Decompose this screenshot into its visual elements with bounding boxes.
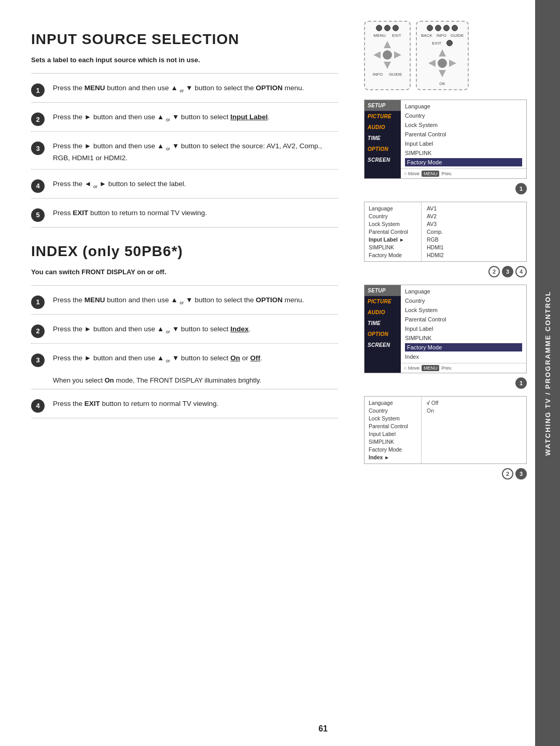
op-factory: Factory Mode <box>369 446 417 453</box>
circle-num-2-1: 1 <box>515 377 527 389</box>
step-text-2-4: Press the EXIT button to return to norma… <box>53 399 338 410</box>
dpad-up <box>384 41 391 48</box>
step-circle-1-5: 5 <box>31 208 45 222</box>
src-hdmi1: HDMI1 <box>427 244 444 250</box>
sp-factory: Factory Mode <box>369 252 417 258</box>
circle-num-s2-3: 3 <box>515 468 527 480</box>
section2-title: INDEX (only 50PB6*) <box>31 243 338 260</box>
remote-btn-0 <box>384 25 390 31</box>
remote-1-label-row: MENU EXIT <box>373 33 401 38</box>
divider-s2-3 <box>31 418 338 418</box>
dpad-left <box>373 51 381 59</box>
menu-left-screen: SCREEN <box>365 154 401 165</box>
sp-inputlabel: Input Label ► <box>369 236 417 243</box>
remote-2-top-row <box>427 25 458 31</box>
circle-num-1: 1 <box>515 183 527 194</box>
menu-panel-1: SETUP PICTURE AUDIO TIME OPTION SCREEN L… <box>364 100 527 179</box>
page-number: 61 <box>318 724 328 734</box>
divider-s2-top <box>31 285 338 286</box>
circle-num-2: 2 <box>488 266 500 277</box>
onoff-panel-wrapper: Language Country Lock System Parental Co… <box>364 396 527 481</box>
divider-2 <box>31 198 338 199</box>
src-av2: AV2 <box>427 213 444 219</box>
menu-panel-2-right-wrap: Language Country Lock System Parental Co… <box>401 285 526 373</box>
menu-panel-1-left: SETUP PICTURE AUDIO TIME OPTION SCREEN <box>365 100 401 178</box>
sp-simplink: SIMPLINK <box>369 244 417 250</box>
sp-lock: Lock System <box>369 221 417 227</box>
remote-2-ok-label: OK <box>439 81 445 86</box>
sp-country: Country <box>369 213 417 219</box>
sp-language: Language <box>369 205 417 212</box>
dpad2-down <box>439 70 446 77</box>
remote-1-bottom-row: INFO GUIDE <box>373 72 402 77</box>
menu2-left-option: OPTION <box>365 329 401 340</box>
step-2-1: 1 Press the MENU button and then use ▲ o… <box>31 290 338 314</box>
menu2-left-setup: SETUP <box>365 285 401 296</box>
onoff-on: On <box>427 407 439 414</box>
src-av1: AV1 <box>427 205 444 212</box>
dotted-divider-1 <box>31 131 338 132</box>
menu-right-country: Country <box>405 111 522 120</box>
remote-btn-back <box>427 25 433 31</box>
step-text-2-2: Press the ► button and then use ▲ or ▼ b… <box>53 324 338 336</box>
remote-btn-usb <box>376 25 382 31</box>
menu-left-picture: PICTURE <box>365 111 401 122</box>
menu-right-parental: Parental Control <box>405 130 522 138</box>
dpad2-up <box>439 49 446 57</box>
circle-num-3: 3 <box>502 266 513 277</box>
remote-btn-info2 <box>435 25 441 31</box>
step-text-1-5: Press EXIT button to return to normal TV… <box>53 208 338 219</box>
remote-btn-play <box>443 25 450 31</box>
step-circle-2-2: 2 <box>31 325 45 338</box>
source-panel-right: AV1 AV2 AV3 Comp. RGB HDMI1 HDMI2 <box>422 202 449 261</box>
circle-nums-234: 2 3 4 <box>364 266 527 277</box>
menu-left-option: OPTION <box>365 144 401 154</box>
menu2-right-simplink: SIMPLINK <box>405 334 522 342</box>
step-text-1-4: Press the ◄ or ► button to select the la… <box>53 179 338 191</box>
remote-1: MENU EXIT INFO GUIDE <box>364 21 411 90</box>
remote-btn-fwd <box>452 25 458 31</box>
sidebar: WATCHING TV / PROGRAMME CONTROL <box>535 0 560 746</box>
src-av3: AV3 <box>427 221 444 227</box>
menu-panel-1-right-wrap: Language Country Lock System Parental Co… <box>401 100 526 178</box>
op-lock: Lock System <box>369 415 417 421</box>
step-circle-2-1: 1 <box>31 295 45 309</box>
menu-right-simplink: SIMPLINK <box>405 149 522 157</box>
step-1-2: 2 Press the ► button and then use ▲ or ▼… <box>31 107 338 131</box>
dpad-right <box>394 51 401 59</box>
extra-text-s2: When you select On mode, The FRONT DISPL… <box>31 372 338 389</box>
remote-2-label-row: BACK INFO GUIDE <box>421 33 464 38</box>
op-parental: Parental Control <box>369 423 417 429</box>
circle-num-s2-2: 2 <box>502 468 513 480</box>
step-1-5: 5 Press EXIT button to return to normal … <box>31 203 338 227</box>
step-text-1-1: Press the MENU button and then use ▲ or … <box>53 83 338 95</box>
step-text-2-3: Press the ► button and then use ▲ or ▼ b… <box>53 353 338 365</box>
remote-1-top-row <box>376 25 399 31</box>
dotted-divider-2 <box>31 169 338 170</box>
source-panel: Language Country Lock System Parental Co… <box>364 202 527 262</box>
right-panel: MENU EXIT INFO GUIDE <box>359 0 535 746</box>
divider-s2-2 <box>31 389 338 389</box>
remote-1-dpad <box>372 40 402 70</box>
menu2-right-lock: Lock System <box>405 306 522 314</box>
step-circle-1-4: 4 <box>31 179 45 193</box>
menu2-right-index: Index <box>405 353 522 361</box>
menu2-right-language: Language <box>405 287 522 295</box>
section1-title: INPUT SOURCE SELECTION <box>31 31 338 48</box>
dpad2-center <box>438 59 447 68</box>
menu2-left-time: TIME <box>365 318 401 329</box>
menu-panel-1-bottom: ○ Move MENU Prev. <box>401 168 526 178</box>
step-1-3: 3 Press the ► button and then use ▲ or ▼… <box>31 136 338 169</box>
menu-right-language: Language <box>405 102 522 110</box>
menu-panel-1-right: Language Country Lock System Parental Co… <box>401 100 526 168</box>
menu-right-inputlabel: Input Label <box>405 139 522 148</box>
menu-panel-1-wrapper: SETUP PICTURE AUDIO TIME OPTION SCREEN L… <box>364 100 527 195</box>
section2-subtitle: You can switch FRONT DISPLAY on or off. <box>31 268 338 276</box>
src-rgb: RGB <box>427 236 444 243</box>
menu2-right-factory: Factory Mode <box>405 343 522 351</box>
menu-panel-2-wrapper: SETUP PICTURE AUDIO TIME OPTION SCREEN L… <box>364 285 527 390</box>
onoff-panel-left: Language Country Lock System Parental Co… <box>365 397 422 463</box>
remote-btn-exit <box>446 40 453 46</box>
sp-parental: Parental Control <box>369 229 417 235</box>
sidebar-label: WATCHING TV / PROGRAMME CONTROL <box>544 290 552 455</box>
